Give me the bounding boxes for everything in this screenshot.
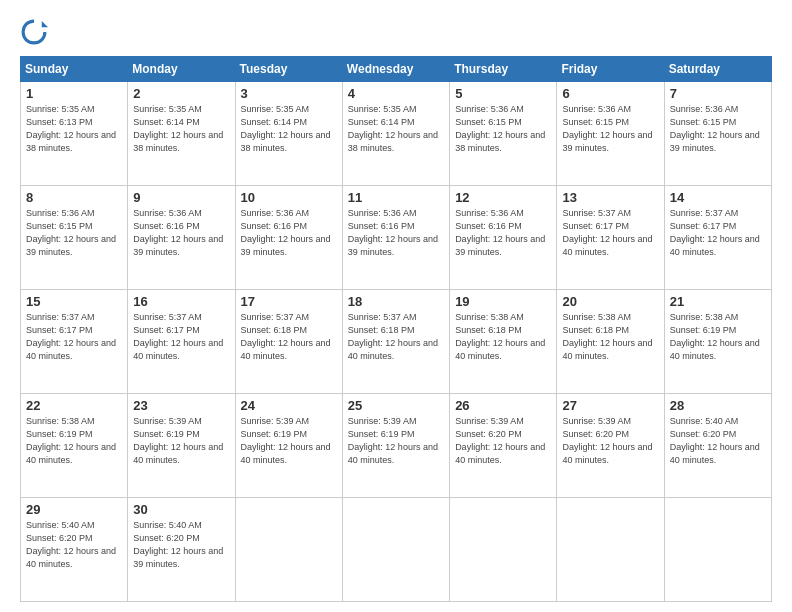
day-number: 22 [26,398,123,413]
day-number: 12 [455,190,552,205]
calendar-cell: 5Sunrise: 5:36 AMSunset: 6:15 PMDaylight… [450,82,557,186]
calendar-cell: 16Sunrise: 5:37 AMSunset: 6:17 PMDayligh… [128,290,235,394]
calendar-cell: 14Sunrise: 5:37 AMSunset: 6:17 PMDayligh… [664,186,771,290]
day-info: Sunrise: 5:36 AMSunset: 6:15 PMDaylight:… [455,103,552,155]
calendar-cell: 26Sunrise: 5:39 AMSunset: 6:20 PMDayligh… [450,394,557,498]
weekday-wednesday: Wednesday [342,57,449,82]
calendar-cell [235,498,342,602]
day-info: Sunrise: 5:38 AMSunset: 6:18 PMDaylight:… [562,311,659,363]
day-info: Sunrise: 5:39 AMSunset: 6:19 PMDaylight:… [348,415,445,467]
day-info: Sunrise: 5:39 AMSunset: 6:20 PMDaylight:… [562,415,659,467]
day-info: Sunrise: 5:35 AMSunset: 6:14 PMDaylight:… [133,103,230,155]
day-number: 13 [562,190,659,205]
day-number: 27 [562,398,659,413]
day-number: 23 [133,398,230,413]
day-info: Sunrise: 5:40 AMSunset: 6:20 PMDaylight:… [133,519,230,571]
weekday-friday: Friday [557,57,664,82]
day-info: Sunrise: 5:36 AMSunset: 6:16 PMDaylight:… [348,207,445,259]
day-number: 19 [455,294,552,309]
day-number: 18 [348,294,445,309]
day-info: Sunrise: 5:39 AMSunset: 6:20 PMDaylight:… [455,415,552,467]
day-info: Sunrise: 5:36 AMSunset: 6:16 PMDaylight:… [133,207,230,259]
calendar-cell: 27Sunrise: 5:39 AMSunset: 6:20 PMDayligh… [557,394,664,498]
day-number: 3 [241,86,338,101]
day-info: Sunrise: 5:37 AMSunset: 6:17 PMDaylight:… [133,311,230,363]
calendar-cell: 3Sunrise: 5:35 AMSunset: 6:14 PMDaylight… [235,82,342,186]
week-row-2: 8Sunrise: 5:36 AMSunset: 6:15 PMDaylight… [21,186,772,290]
calendar-cell: 24Sunrise: 5:39 AMSunset: 6:19 PMDayligh… [235,394,342,498]
day-info: Sunrise: 5:36 AMSunset: 6:15 PMDaylight:… [26,207,123,259]
weekday-thursday: Thursday [450,57,557,82]
day-number: 8 [26,190,123,205]
header [20,18,772,46]
day-info: Sunrise: 5:35 AMSunset: 6:14 PMDaylight:… [241,103,338,155]
day-number: 16 [133,294,230,309]
day-info: Sunrise: 5:36 AMSunset: 6:16 PMDaylight:… [455,207,552,259]
calendar-cell: 6Sunrise: 5:36 AMSunset: 6:15 PMDaylight… [557,82,664,186]
day-info: Sunrise: 5:38 AMSunset: 6:18 PMDaylight:… [455,311,552,363]
day-number: 25 [348,398,445,413]
calendar-table: SundayMondayTuesdayWednesdayThursdayFrid… [20,56,772,602]
day-info: Sunrise: 5:36 AMSunset: 6:15 PMDaylight:… [562,103,659,155]
day-number: 7 [670,86,767,101]
day-number: 17 [241,294,338,309]
calendar-cell [342,498,449,602]
day-number: 2 [133,86,230,101]
day-number: 20 [562,294,659,309]
calendar-cell [450,498,557,602]
calendar-cell: 22Sunrise: 5:38 AMSunset: 6:19 PMDayligh… [21,394,128,498]
day-info: Sunrise: 5:36 AMSunset: 6:16 PMDaylight:… [241,207,338,259]
day-number: 21 [670,294,767,309]
calendar-cell: 4Sunrise: 5:35 AMSunset: 6:14 PMDaylight… [342,82,449,186]
day-number: 1 [26,86,123,101]
day-info: Sunrise: 5:36 AMSunset: 6:15 PMDaylight:… [670,103,767,155]
day-number: 5 [455,86,552,101]
day-info: Sunrise: 5:37 AMSunset: 6:17 PMDaylight:… [670,207,767,259]
calendar-cell: 19Sunrise: 5:38 AMSunset: 6:18 PMDayligh… [450,290,557,394]
calendar-cell: 23Sunrise: 5:39 AMSunset: 6:19 PMDayligh… [128,394,235,498]
calendar-cell: 15Sunrise: 5:37 AMSunset: 6:17 PMDayligh… [21,290,128,394]
weekday-monday: Monday [128,57,235,82]
day-info: Sunrise: 5:40 AMSunset: 6:20 PMDaylight:… [26,519,123,571]
calendar-cell [664,498,771,602]
day-info: Sunrise: 5:37 AMSunset: 6:17 PMDaylight:… [562,207,659,259]
day-info: Sunrise: 5:35 AMSunset: 6:14 PMDaylight:… [348,103,445,155]
day-number: 26 [455,398,552,413]
day-number: 28 [670,398,767,413]
day-number: 24 [241,398,338,413]
week-row-4: 22Sunrise: 5:38 AMSunset: 6:19 PMDayligh… [21,394,772,498]
day-number: 29 [26,502,123,517]
calendar-cell: 2Sunrise: 5:35 AMSunset: 6:14 PMDaylight… [128,82,235,186]
calendar-cell: 29Sunrise: 5:40 AMSunset: 6:20 PMDayligh… [21,498,128,602]
week-row-3: 15Sunrise: 5:37 AMSunset: 6:17 PMDayligh… [21,290,772,394]
calendar-cell: 21Sunrise: 5:38 AMSunset: 6:19 PMDayligh… [664,290,771,394]
calendar-cell: 30Sunrise: 5:40 AMSunset: 6:20 PMDayligh… [128,498,235,602]
calendar-cell: 25Sunrise: 5:39 AMSunset: 6:19 PMDayligh… [342,394,449,498]
logo-icon [20,18,48,46]
day-info: Sunrise: 5:38 AMSunset: 6:19 PMDaylight:… [670,311,767,363]
week-row-1: 1Sunrise: 5:35 AMSunset: 6:13 PMDaylight… [21,82,772,186]
calendar-cell: 28Sunrise: 5:40 AMSunset: 6:20 PMDayligh… [664,394,771,498]
day-info: Sunrise: 5:38 AMSunset: 6:19 PMDaylight:… [26,415,123,467]
day-number: 6 [562,86,659,101]
day-number: 9 [133,190,230,205]
day-number: 15 [26,294,123,309]
day-number: 10 [241,190,338,205]
calendar-cell: 8Sunrise: 5:36 AMSunset: 6:15 PMDaylight… [21,186,128,290]
day-info: Sunrise: 5:37 AMSunset: 6:18 PMDaylight:… [348,311,445,363]
calendar-cell [557,498,664,602]
calendar-cell: 11Sunrise: 5:36 AMSunset: 6:16 PMDayligh… [342,186,449,290]
day-info: Sunrise: 5:37 AMSunset: 6:17 PMDaylight:… [26,311,123,363]
day-info: Sunrise: 5:39 AMSunset: 6:19 PMDaylight:… [241,415,338,467]
calendar-cell: 17Sunrise: 5:37 AMSunset: 6:18 PMDayligh… [235,290,342,394]
calendar-cell: 12Sunrise: 5:36 AMSunset: 6:16 PMDayligh… [450,186,557,290]
calendar-cell: 9Sunrise: 5:36 AMSunset: 6:16 PMDaylight… [128,186,235,290]
day-number: 4 [348,86,445,101]
weekday-tuesday: Tuesday [235,57,342,82]
day-info: Sunrise: 5:35 AMSunset: 6:13 PMDaylight:… [26,103,123,155]
day-info: Sunrise: 5:37 AMSunset: 6:18 PMDaylight:… [241,311,338,363]
week-row-5: 29Sunrise: 5:40 AMSunset: 6:20 PMDayligh… [21,498,772,602]
day-number: 14 [670,190,767,205]
calendar-cell: 20Sunrise: 5:38 AMSunset: 6:18 PMDayligh… [557,290,664,394]
weekday-saturday: Saturday [664,57,771,82]
